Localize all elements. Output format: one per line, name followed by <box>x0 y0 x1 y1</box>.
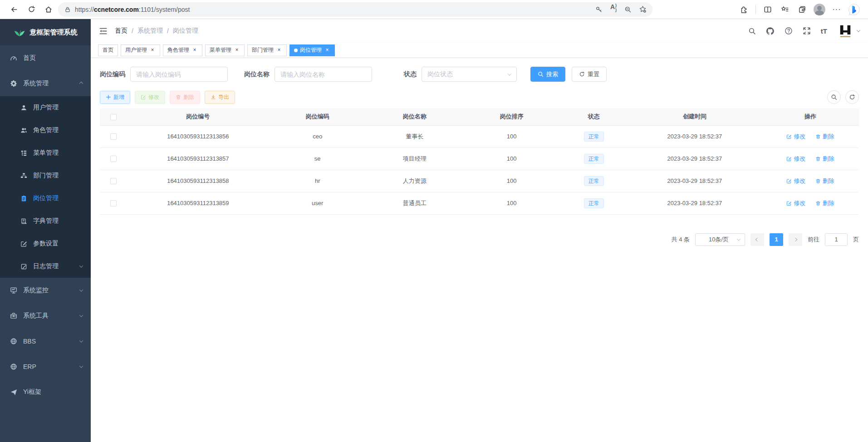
globe-icon <box>10 338 17 345</box>
row-checkbox[interactable] <box>110 156 117 162</box>
sidebar-group-label: 系统监控 <box>23 286 49 295</box>
row-checkbox[interactable] <box>110 200 117 206</box>
cell-post-name: 项目经理 <box>366 147 463 170</box>
row-edit-link[interactable]: 修改 <box>786 199 805 207</box>
row-delete-link[interactable]: 删除 <box>815 155 834 163</box>
logo-plant-icon <box>14 27 25 37</box>
sidebar-item-posts[interactable]: 岗位管理 <box>0 187 91 210</box>
favorite-star-icon[interactable] <box>636 3 649 16</box>
sidebar-collapse-icon[interactable] <box>99 27 108 35</box>
bing-chat-icon[interactable] <box>846 2 862 17</box>
profile-avatar[interactable] <box>812 2 827 17</box>
sidebar-item-home[interactable]: 首页 <box>0 45 91 71</box>
reset-button[interactable]: 重置 <box>572 67 607 82</box>
close-icon[interactable]: × <box>149 47 156 54</box>
delete-button[interactable]: 删除 <box>170 91 200 104</box>
add-button[interactable]: 新增 <box>100 91 130 104</box>
refresh-table-button[interactable] <box>845 90 859 104</box>
user-icon <box>20 104 27 111</box>
sidebar-group-bbs[interactable]: BBS <box>0 329 91 354</box>
sidebar-group-label: ERP <box>23 363 36 370</box>
search-button[interactable]: 搜索 <box>530 67 565 82</box>
status-label: 状态 <box>404 70 417 79</box>
close-icon[interactable]: × <box>324 47 330 54</box>
home-icon[interactable] <box>41 2 56 17</box>
sidebar-group-system[interactable]: 系统管理 <box>0 71 91 96</box>
breadcrumb-separator: / <box>167 27 169 34</box>
browser-toolbar: https://ccnetcore.com:1101/system/post A… <box>0 0 868 19</box>
sidebar-item-depts[interactable]: 部门管理 <box>0 164 91 187</box>
row-delete-link[interactable]: 删除 <box>815 177 834 185</box>
split-screen-icon[interactable] <box>760 2 775 17</box>
sidebar-item-label: 部门管理 <box>33 172 59 180</box>
row-checkbox[interactable] <box>110 178 117 184</box>
favorites-icon[interactable] <box>777 2 793 17</box>
chevron-down-icon <box>79 313 83 317</box>
read-aloud-icon[interactable]: A)) <box>607 3 620 16</box>
github-icon[interactable] <box>766 27 775 35</box>
sidebar-group-tools[interactable]: 系统工具 <box>0 303 91 329</box>
post-code-input[interactable] <box>130 67 228 82</box>
page-1-button[interactable]: 1 <box>770 233 783 246</box>
sidebar-group-erp[interactable]: ERP <box>0 354 91 379</box>
cell-post-id: 1641030593112313856 <box>127 125 269 147</box>
row-edit-link[interactable]: 修改 <box>786 133 805 141</box>
toolbox-icon <box>10 312 17 319</box>
row-delete-link[interactable]: 删除 <box>815 133 834 141</box>
page-unit-label: 页 <box>853 236 859 244</box>
tab-roles[interactable]: 角色管理 × <box>163 44 202 56</box>
tab-posts-active[interactable]: 岗位管理 × <box>289 44 335 56</box>
send-icon <box>10 388 17 396</box>
sidebar-item-users[interactable]: 用户管理 <box>0 96 91 119</box>
row-edit-link[interactable]: 修改 <box>786 155 805 163</box>
sidebar-item-dicts[interactable]: 字典管理 <box>0 210 91 232</box>
row-checkbox[interactable] <box>110 133 117 140</box>
active-dot <box>294 49 298 52</box>
goto-label: 前往 <box>808 236 819 244</box>
prev-page-button[interactable] <box>750 233 764 246</box>
next-page-button[interactable] <box>789 233 802 246</box>
fullscreen-icon[interactable] <box>803 27 811 35</box>
collections-icon[interactable] <box>794 2 810 17</box>
header-search-icon[interactable] <box>748 27 756 35</box>
back-icon[interactable] <box>6 2 22 17</box>
more-menu-icon[interactable]: ··· <box>829 2 844 17</box>
sidebar-item-yi[interactable]: Yi框架 <box>0 379 91 405</box>
tab-users[interactable]: 用户管理 × <box>121 44 160 56</box>
sidebar-item-params[interactable]: 参数设置 <box>0 232 91 255</box>
toggle-search-button[interactable] <box>827 90 841 104</box>
tab-home[interactable]: 首页 <box>98 44 118 56</box>
status-select[interactable]: 岗位状态 <box>422 67 517 82</box>
col-post-name: 岗位名称 <box>366 108 463 125</box>
export-button[interactable]: 导出 <box>205 91 235 104</box>
sidebar-item-roles[interactable]: 角色管理 <box>0 119 91 142</box>
select-all-checkbox[interactable] <box>110 114 117 120</box>
sidebar-item-label: 用户管理 <box>33 103 59 112</box>
extensions-icon[interactable] <box>736 2 751 17</box>
goto-page-input[interactable] <box>825 233 848 246</box>
chevron-down-icon <box>79 339 83 342</box>
close-icon[interactable]: × <box>276 47 282 54</box>
address-bar[interactable]: https://ccnetcore.com:1101/system/post A… <box>58 2 652 17</box>
password-key-icon[interactable] <box>593 3 605 16</box>
text-size-icon[interactable]: tT <box>821 27 827 35</box>
post-name-input[interactable] <box>275 67 372 82</box>
user-avatar[interactable] <box>837 23 860 39</box>
breadcrumb-home[interactable]: 首页 <box>115 27 128 35</box>
row-delete-link[interactable]: 删除 <box>815 199 834 207</box>
sidebar-group-logs[interactable]: 日志管理 <box>0 255 91 278</box>
row-edit-link[interactable]: 修改 <box>786 177 805 185</box>
close-icon[interactable]: × <box>191 47 198 54</box>
edit-button[interactable]: 修改 <box>135 91 165 104</box>
sidebar-item-menus[interactable]: 菜单管理 <box>0 142 91 164</box>
refresh-icon[interactable] <box>24 2 39 17</box>
sidebar-group-monitor[interactable]: 系统监控 <box>0 278 91 303</box>
tab-menus[interactable]: 菜单管理 × <box>205 44 245 56</box>
help-icon[interactable] <box>785 27 793 35</box>
col-post-id: 岗位编号 <box>127 108 269 125</box>
close-icon[interactable]: × <box>234 47 240 54</box>
chevron-down-icon[interactable] <box>857 28 860 32</box>
zoom-indicator-icon[interactable] <box>622 3 634 16</box>
page-size-select[interactable]: 10条/页 <box>695 233 745 246</box>
tab-depts[interactable]: 部门管理 × <box>247 44 287 56</box>
